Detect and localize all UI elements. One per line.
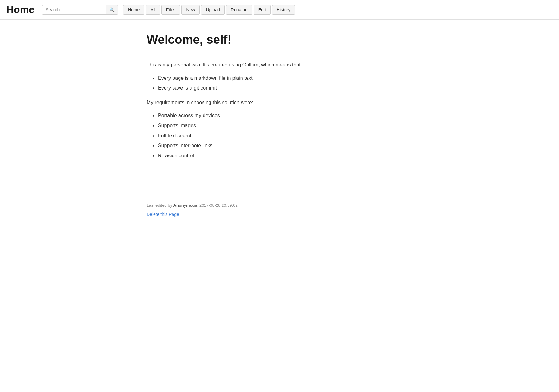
- list-item: Supports inter-note links: [158, 142, 412, 150]
- last-edited-date: , 2017-08-28 20:59:02: [197, 203, 238, 208]
- nav-all-button[interactable]: All: [146, 5, 160, 15]
- gollum-features-list: Every page is a markdown file in plain t…: [147, 74, 412, 92]
- search-button[interactable]: 🔍: [106, 5, 118, 14]
- list-item: Supports images: [158, 122, 412, 130]
- last-edited-info: Last edited by Anonymous, 2017-08-28 20:…: [147, 203, 412, 208]
- main-content: Welcome, self! This is my personal wiki.…: [137, 20, 422, 179]
- nav-history-button[interactable]: History: [272, 5, 295, 15]
- nav-files-button[interactable]: Files: [161, 5, 180, 15]
- nav-edit-button[interactable]: Edit: [254, 5, 271, 15]
- page-title: Home: [6, 4, 35, 16]
- nav-upload-button[interactable]: Upload: [201, 5, 224, 15]
- heading-divider: [147, 53, 412, 53]
- nav-new-button[interactable]: New: [181, 5, 200, 15]
- delete-page-link[interactable]: Delete this Page: [147, 212, 179, 217]
- list-item: Portable across my devices: [158, 111, 412, 120]
- search-input[interactable]: [42, 5, 106, 14]
- footer-divider: [147, 198, 412, 198]
- list-item: Full-text search: [158, 132, 412, 140]
- list-item: Revision control: [158, 152, 412, 160]
- list-item: Every save is a git commit: [158, 84, 412, 92]
- nav-home-button[interactable]: Home: [123, 5, 144, 15]
- list-item: Every page is a markdown file in plain t…: [158, 74, 412, 82]
- last-edited-author: Anonymous: [173, 203, 197, 208]
- last-edited-prefix: Last edited by: [147, 203, 173, 208]
- nav-bar: Home All Files New Upload Rename Edit Hi…: [123, 5, 295, 15]
- requirements-list: Portable across my devices Supports imag…: [147, 111, 412, 160]
- site-header: Home 🔍 Home All Files New Upload Rename …: [0, 0, 559, 20]
- search-form: 🔍: [42, 5, 118, 15]
- wiki-page-heading: Welcome, self!: [147, 33, 412, 47]
- nav-rename-button[interactable]: Rename: [226, 5, 252, 15]
- requirements-intro: My requirements in choosing this solutio…: [147, 98, 412, 107]
- page-footer: Last edited by Anonymous, 2017-08-28 20:…: [137, 198, 422, 230]
- intro-paragraph: This is my personal wiki. It's created u…: [147, 61, 412, 69]
